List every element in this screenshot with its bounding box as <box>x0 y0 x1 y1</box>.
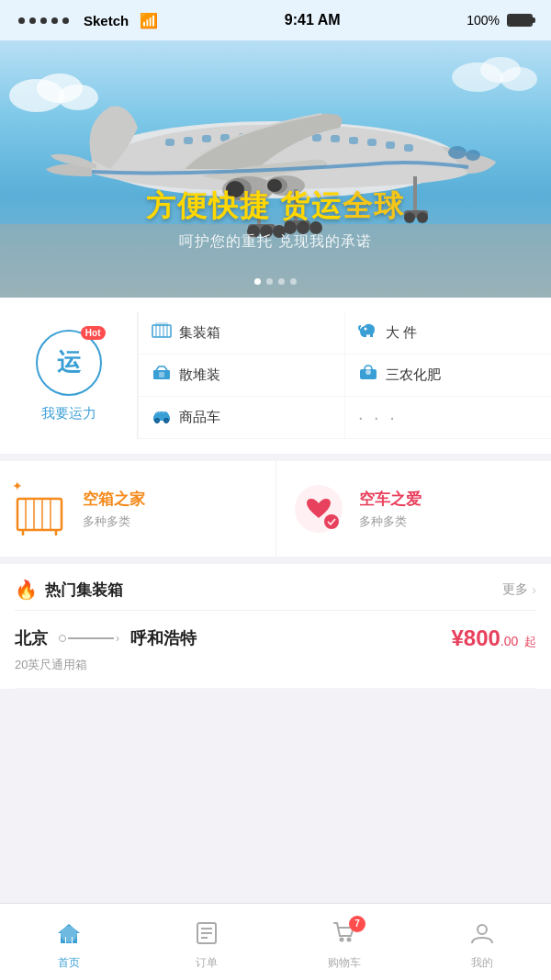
svg-point-73 <box>478 925 487 934</box>
nav-cart[interactable]: 7 购物车 <box>276 914 413 971</box>
service-item-more[interactable]: · · · <box>344 397 551 439</box>
nav-order[interactable]: 订单 <box>138 914 276 971</box>
city-from: 北京 <box>15 627 48 649</box>
more-label: 更多 <box>502 581 528 598</box>
yunli-circle[interactable]: 运 Hot <box>36 330 102 396</box>
hero-subtitle: 呵护您的重托 兑现我的承诺 <box>0 232 551 252</box>
svg-rect-15 <box>367 139 377 146</box>
cart-badge: 7 <box>332 921 356 952</box>
signal-dots <box>18 17 69 24</box>
service-grid: 集装箱 大 件 <box>138 312 551 439</box>
more-link[interactable]: 更多 › <box>502 581 536 598</box>
svg-point-50 <box>365 328 367 331</box>
hot-badge: Hot <box>81 326 106 340</box>
order-icon <box>196 921 218 952</box>
svg-point-40 <box>58 84 98 110</box>
arrow-head-icon: › <box>116 632 119 645</box>
svg-rect-14 <box>349 137 358 144</box>
nav-order-label: 订单 <box>196 955 218 971</box>
service-label-container: 集装箱 <box>179 324 220 342</box>
svg-rect-52 <box>159 372 164 377</box>
elephant-icon <box>358 321 378 344</box>
service-item-bulk[interactable]: 散堆装 <box>138 355 344 397</box>
heart-icon <box>295 485 343 533</box>
nav-profile-label: 我的 <box>471 955 493 971</box>
svg-rect-6 <box>202 135 211 142</box>
home-icon <box>56 921 82 952</box>
svg-rect-16 <box>386 141 395 149</box>
svg-point-66 <box>61 926 77 942</box>
route-item[interactable]: 北京 › 呼和浩特 ¥800.00 起 20英尺通用箱 <box>15 611 536 689</box>
app-name: Sketch <box>84 13 129 28</box>
city-to: 呼和浩特 <box>130 627 197 649</box>
cart-count-badge: 7 <box>349 916 365 932</box>
agri-icon <box>358 365 378 386</box>
hero-dot-2 <box>266 278 273 285</box>
service-item-car[interactable]: 商品车 <box>138 397 344 439</box>
price-value: ¥800.00 <box>451 625 524 650</box>
hero-dot-3 <box>278 278 285 285</box>
arrow-circle-icon <box>59 635 66 642</box>
price-column: ¥800.00 起 <box>451 625 536 651</box>
service-label-car: 商品车 <box>179 409 220 426</box>
service-item-container[interactable]: 集装箱 <box>138 312 344 355</box>
heart-sub-icon <box>324 514 339 529</box>
svg-rect-12 <box>312 134 321 141</box>
hero-dot-1 <box>254 278 261 285</box>
route-sub-label: 20英尺通用箱 <box>15 657 536 673</box>
empty-box-title: 空箱之家 <box>83 489 145 510</box>
empty-box-icon-wrap: ✦ <box>15 481 70 536</box>
service-label-bulk: 散堆装 <box>179 366 220 384</box>
hot-title: 热门集装箱 <box>45 580 123 601</box>
svg-point-56 <box>155 419 160 423</box>
svg-point-71 <box>340 937 344 941</box>
hero-pagination <box>0 278 551 285</box>
service-item-agri[interactable]: 三农化肥 <box>344 355 551 397</box>
status-time: 9:41 AM <box>285 12 341 28</box>
hero-title: 方便快捷 货运全球 <box>0 186 551 227</box>
hero-text-block: 方便快捷 货运全球 呵护您的重托 兑现我的承诺 <box>0 186 551 252</box>
svg-point-2 <box>448 146 467 159</box>
hot-title-row: 🔥 热门集装箱 <box>15 579 123 601</box>
empty-truck-sub: 多种多类 <box>359 513 422 530</box>
battery-icon <box>507 14 533 27</box>
nav-home[interactable]: 首页 <box>0 914 138 971</box>
hot-section: 🔥 热门集装箱 更多 › 北京 › 呼和浩特 <box>0 564 551 689</box>
yunli-item[interactable]: 运 Hot 我要运力 <box>0 312 138 439</box>
plane-illustration <box>0 40 551 298</box>
svg-point-3 <box>466 150 480 161</box>
svg-rect-4 <box>165 139 174 146</box>
empty-box-sub: 多种多类 <box>83 513 145 530</box>
service-label-heavy: 大 件 <box>386 324 417 342</box>
empty-truck-icon-wrap <box>291 481 346 536</box>
svg-rect-13 <box>331 135 340 142</box>
hot-header: 🔥 热门集装箱 更多 › <box>15 564 536 611</box>
featured-section: ✦ 空箱之家 多种多类 <box>0 461 551 557</box>
svg-rect-49 <box>155 322 168 326</box>
empty-truck-text: 空车之爱 多种多类 <box>359 489 422 530</box>
svg-rect-58 <box>17 499 62 530</box>
featured-empty-truck[interactable]: 空车之爱 多种多类 <box>276 461 552 557</box>
svg-point-72 <box>347 937 352 941</box>
svg-rect-5 <box>184 137 193 144</box>
nav-profile[interactable]: 我的 <box>413 914 551 971</box>
service-item-heavy[interactable]: 大 件 <box>344 312 551 355</box>
featured-empty-box[interactable]: ✦ 空箱之家 多种多类 <box>0 461 276 557</box>
hero-banner: 方便快捷 货运全球 呵护您的重托 兑现我的承诺 <box>0 40 551 298</box>
services-section: 运 Hot 我要运力 集装箱 <box>0 298 551 461</box>
route-cities: 北京 › 呼和浩特 <box>15 627 197 649</box>
svg-point-57 <box>164 419 169 423</box>
profile-icon <box>470 921 494 952</box>
arrow-line-icon <box>68 637 114 639</box>
price-suffix: 起 <box>524 635 536 648</box>
sparkle-icon: ✦ <box>12 479 23 493</box>
more-dots-icon: · · · <box>358 407 398 428</box>
wifi-icon: 📶 <box>140 12 158 29</box>
bottom-nav: 首页 订单 7 购物车 <box>0 903 551 980</box>
container-box-icon <box>16 493 63 535</box>
hero-dot-4 <box>290 278 297 285</box>
fire-icon: 🔥 <box>15 579 38 601</box>
chevron-right-icon: › <box>532 582 536 597</box>
status-bar: Sketch 📶 9:41 AM 100% <box>0 0 551 40</box>
svg-rect-44 <box>152 325 171 337</box>
